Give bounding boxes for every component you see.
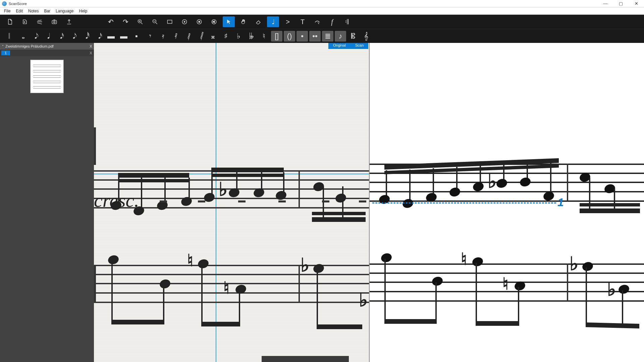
view-tabs-left: Original Scan bbox=[328, 43, 368, 49]
text-tool-button[interactable]: T bbox=[297, 16, 309, 27]
sharp[interactable]: ♯ bbox=[220, 31, 231, 42]
scan-pane[interactable]: ♭ 1 bbox=[369, 43, 644, 362]
double-sharp[interactable]: 𝄪 bbox=[207, 31, 219, 42]
sidebar: ˅ Zweistimmiges Präludium.pdf X 1 X bbox=[0, 43, 94, 362]
workspace: ˅ Zweistimmiges Präludium.pdf X 1 X Orig… bbox=[0, 43, 644, 362]
zoom-in-button[interactable] bbox=[134, 16, 146, 27]
app-title: ScanScore bbox=[9, 2, 27, 6]
export-button[interactable] bbox=[63, 16, 75, 27]
play-button[interactable] bbox=[178, 16, 191, 27]
menu-edit[interactable]: Edit bbox=[13, 7, 25, 15]
note-toolbar: 𝄁 𝅝 𝅘𝅥𝅮 𝅘𝅥 𝅘𝅥𝅯 𝅘𝅥𝅮 𝅘𝅥𝅰 𝅘𝅥𝅯 ▬ ▬ ▪ 𝄾 𝄿 𝅀 𝅁… bbox=[0, 29, 644, 43]
dynamics-button[interactable]: f bbox=[326, 16, 338, 27]
svg-rect-7 bbox=[199, 21, 200, 23]
repeat-button[interactable]: 𝄇 bbox=[341, 16, 353, 27]
rewind-button[interactable] bbox=[208, 16, 220, 27]
svg-rect-4 bbox=[167, 20, 172, 23]
cue-number: 1 bbox=[557, 196, 564, 209]
flat[interactable]: ♭ bbox=[233, 31, 244, 42]
slur-tool-button[interactable] bbox=[311, 16, 323, 27]
menu-bar[interactable]: Bar bbox=[41, 7, 53, 15]
minimize-button[interactable]: — bbox=[598, 0, 613, 7]
note-input-button[interactable]: ♩ bbox=[267, 16, 279, 27]
chord-symbol[interactable]: 𝄡 bbox=[347, 31, 359, 42]
thirtysecond-note[interactable]: 𝅘𝅥𝅰 bbox=[80, 31, 91, 42]
redo-button[interactable]: ↷ bbox=[119, 16, 131, 27]
dot[interactable]: • bbox=[297, 31, 308, 42]
maximize-button[interactable]: ▢ bbox=[613, 0, 629, 7]
sixtyfourth-rest[interactable]: 𝅁 bbox=[182, 31, 193, 42]
scanner-button[interactable] bbox=[34, 16, 46, 27]
menu-bar: File Edit Notes Bar Language Help bbox=[0, 7, 644, 15]
selection-span bbox=[372, 202, 556, 203]
thumbnail-area bbox=[0, 56, 94, 97]
svg-point-1 bbox=[54, 21, 55, 23]
eighth-rest[interactable]: 𝄾 bbox=[144, 31, 155, 42]
open-file-button[interactable] bbox=[4, 16, 16, 27]
zoom-fit-button[interactable] bbox=[164, 16, 176, 27]
tremolo-rest[interactable]: 𝅂 bbox=[195, 31, 206, 42]
title-bar: ScanScore — ▢ ✕ bbox=[0, 0, 644, 7]
cresc-text: cresc. bbox=[94, 189, 139, 212]
clef-tool[interactable]: 𝄞 bbox=[360, 31, 372, 42]
document-tab[interactable]: ˅ Zweistimmiges Präludium.pdf X bbox=[0, 43, 94, 50]
half-rest[interactable]: ▬ bbox=[118, 31, 129, 42]
quarter-rest[interactable]: ▪ bbox=[131, 31, 142, 42]
whole-rest[interactable]: ▬ bbox=[105, 31, 117, 42]
page-thumbnail[interactable] bbox=[30, 60, 64, 93]
tab-scan[interactable]: Scan bbox=[351, 43, 368, 49]
natural[interactable]: ♮ bbox=[258, 31, 270, 42]
pages-strip: 1 X bbox=[0, 50, 94, 56]
double-dot[interactable]: •• bbox=[309, 31, 321, 42]
undo-button[interactable]: ↶ bbox=[105, 16, 117, 27]
tremolo[interactable]: ≣ bbox=[322, 31, 333, 42]
close-document-button[interactable]: X bbox=[88, 44, 94, 48]
close-button[interactable]: ✕ bbox=[629, 0, 644, 7]
camera-button[interactable] bbox=[48, 16, 60, 27]
bracket-round[interactable]: () bbox=[284, 31, 295, 42]
pointer-tool-button[interactable] bbox=[223, 16, 235, 27]
tab-original[interactable]: Original bbox=[328, 43, 351, 49]
sixteenth-rest[interactable]: 𝄿 bbox=[156, 31, 168, 42]
sixteenth-note[interactable]: 𝅘𝅥𝅯 bbox=[54, 31, 66, 42]
chevron-down-icon: ˅ bbox=[0, 45, 5, 48]
eighth-note[interactable]: 𝅘𝅥𝅮 bbox=[29, 31, 40, 42]
menu-notes[interactable]: Notes bbox=[25, 7, 41, 15]
erase-tool-button[interactable] bbox=[252, 16, 264, 27]
bracket-square[interactable]: [] bbox=[271, 31, 282, 42]
document-name: Zweistimmiges Präludium.pdf bbox=[5, 44, 88, 48]
svg-rect-0 bbox=[52, 20, 56, 24]
score-panes: Original Scan bbox=[94, 43, 644, 362]
guide-vertical bbox=[216, 43, 216, 362]
zoom-out-button[interactable] bbox=[149, 16, 161, 27]
page-number[interactable]: 1 bbox=[1, 51, 10, 55]
stop-button[interactable] bbox=[193, 16, 205, 27]
main-toolbar: ↶ ↷ ♩ > T f 𝄇 bbox=[0, 15, 644, 29]
app-icon bbox=[2, 1, 7, 6]
menu-language[interactable]: Language bbox=[53, 7, 76, 15]
quarter-note[interactable]: 𝅘𝅥 bbox=[42, 31, 53, 42]
menu-help[interactable]: Help bbox=[76, 7, 90, 15]
close-pages-button[interactable]: X bbox=[88, 51, 94, 55]
double-flat[interactable]: 𝄫 bbox=[246, 31, 257, 42]
thirtysecond-rest[interactable]: 𝅀 bbox=[169, 31, 180, 42]
hand-tool-button[interactable] bbox=[237, 16, 250, 27]
eighth-note-2[interactable]: 𝅘𝅥𝅮 bbox=[67, 31, 78, 42]
sixteenth-note-2[interactable]: 𝅘𝅥𝅯 bbox=[93, 31, 104, 42]
grace-note[interactable]: ♪ bbox=[335, 31, 346, 42]
menu-file[interactable]: File bbox=[1, 7, 13, 15]
add-page-button[interactable] bbox=[19, 16, 31, 27]
original-pane[interactable]: ♭ cresc. bbox=[94, 43, 369, 362]
barline-tool[interactable]: 𝄁 bbox=[3, 31, 15, 42]
whole-note[interactable]: 𝅝 bbox=[16, 31, 28, 42]
accent-button[interactable]: > bbox=[282, 16, 294, 27]
